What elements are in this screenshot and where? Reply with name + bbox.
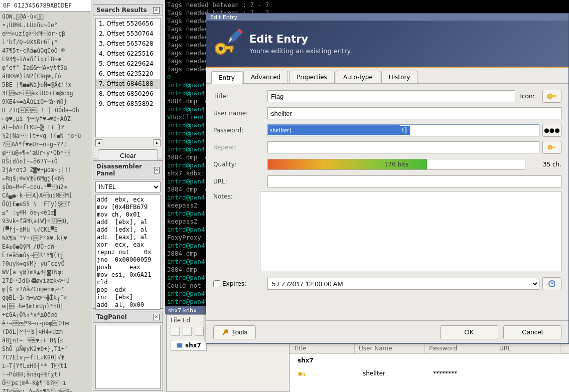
toolbar-icon[interactable]: [183, 327, 192, 336]
close-icon[interactable]: ✕: [153, 7, 160, 14]
label-notes: Notes:: [213, 191, 260, 200]
edit-entry-window: Edit Entry Edit Entry You're editing an …: [206, 13, 569, 344]
tag-panel-body: [95, 325, 161, 389]
search-results-list: 1. Offset 55266562. Offset 55307643. Off…: [95, 18, 161, 137]
tag-panel-title: TagPanel: [96, 313, 127, 320]
search-result-item[interactable]: 6. Offset 6235220: [96, 69, 160, 79]
generate-password-button[interactable]: [542, 141, 561, 154]
search-results-panel: Search Results ✕ 1. Offset 55266562. Off…: [93, 4, 163, 158]
svg-rect-3: [304, 373, 305, 376]
close-icon[interactable]: ✕: [153, 314, 160, 320]
tab-history[interactable]: History: [381, 71, 418, 83]
wrench-icon: [222, 329, 229, 336]
search-result-item[interactable]: 1. Offset 5526656: [96, 19, 160, 29]
search-results-title: Search Results: [96, 7, 147, 14]
label-url: URL:: [213, 178, 267, 185]
svg-rect-12: [552, 95, 556, 97]
svg-rect-14: [551, 147, 555, 148]
search-result-item[interactable]: 7. Offset 6846188: [96, 79, 160, 89]
window-titlebar[interactable]: Edit Entry: [206, 14, 568, 21]
svg-point-1: [298, 372, 302, 376]
svg-rect-0: [177, 343, 183, 348]
label-title: Title:: [213, 93, 267, 100]
search-result-item[interactable]: 3. Offset 5657628: [96, 39, 160, 49]
close-icon[interactable]: ✕: [154, 167, 160, 173]
hex-body: ûOW, @A·ù¤ ¤¡ÚØ®L.LUoñu~ûe° e«uzîg kM…: [0, 12, 91, 392]
quality-meter: 176 bits: [267, 159, 525, 170]
key-pencil-icon: [213, 29, 242, 58]
tabs: EntryAdvancedPropertiesAuto-TypeHistory: [206, 68, 568, 84]
ok-button[interactable]: OK: [440, 325, 498, 339]
hex-header: 0F 0123456789ABCDEF: [0, 0, 91, 12]
reveal-password-button[interactable]: ●●●: [542, 124, 561, 137]
hex-pane: 0F 0123456789ABCDEF ûOW, @A·ù¤ ¤¡ÚØ®L.…: [0, 0, 91, 392]
disassembler-arch-select[interactable]: INTEL: [95, 181, 161, 192]
tab-advanced[interactable]: Advanced: [243, 71, 288, 83]
search-result-item[interactable]: 9. Offset 6855892: [96, 99, 160, 109]
password-field[interactable]: shellter{ !}: [267, 124, 539, 136]
entry-list-header: Title User Name Password URL: [290, 343, 569, 354]
label-username: User name:: [213, 110, 267, 117]
tools-button[interactable]: Tools: [213, 325, 256, 339]
repeat-password-field[interactable]: [267, 141, 539, 153]
disassembler-panel: Disassembler Panel ✕ INTEL add ebx, ecx …: [93, 160, 163, 309]
notes-field[interactable]: [260, 191, 561, 271]
header-subtitle: You're editing an existing entry.: [249, 47, 352, 55]
expires-checkbox[interactable]: [213, 280, 220, 287]
icon-picker-button[interactable]: [542, 90, 561, 103]
tab-properties[interactable]: Properties: [289, 71, 335, 83]
header-title: Edit Entry: [249, 33, 352, 45]
window-header: Edit Entry You're editing an existing en…: [206, 21, 568, 68]
label-icon: Icon:: [515, 93, 539, 100]
clear-button[interactable]: Clear: [98, 149, 158, 161]
entry-form: Title: Icon: User name: Password: shellt…: [206, 84, 568, 298]
label-expires: Expires:: [222, 280, 246, 287]
search-result-item[interactable]: 4. Offset 6225516: [96, 49, 160, 59]
toolbar-icon[interactable]: [195, 327, 204, 336]
scroll-left-icon[interactable]: ◂: [95, 139, 102, 146]
key-icon: [298, 370, 306, 378]
list-group-row[interactable]: shx7: [290, 354, 569, 367]
username-field[interactable]: [267, 107, 561, 119]
col-pass[interactable]: Password: [425, 343, 495, 353]
col-url[interactable]: URL: [495, 343, 560, 353]
quality-chars: 35 ch.: [525, 161, 561, 168]
svg-point-13: [548, 145, 552, 149]
toolbar-icon[interactable]: [171, 327, 180, 336]
cancel-button[interactable]: Cancel: [503, 325, 561, 339]
col-user[interactable]: User Name: [355, 343, 425, 353]
disassembly-listing: add ebx, ecx mov [0x4BFB679 mov ch, 0x01…: [95, 194, 161, 310]
expires-datetime[interactable]: 5 / 7 /2017 12:00:00 AM: [267, 278, 539, 290]
shx7-database-tab[interactable]: shx7: [171, 340, 207, 351]
title-field[interactable]: [267, 90, 515, 102]
col-title[interactable]: Title: [290, 343, 355, 353]
label-quality: Quality:: [213, 161, 267, 168]
disassembler-title: Disassembler Panel: [96, 163, 154, 177]
svg-rect-7: [230, 46, 232, 52]
tab-entry[interactable]: Entry: [211, 71, 242, 84]
database-icon: [176, 342, 183, 349]
label-password: Password:: [213, 127, 267, 134]
dialog-footer: Tools OK Cancel: [206, 320, 568, 343]
svg-point-5: [219, 47, 223, 51]
expires-preset-button[interactable]: [542, 277, 561, 290]
entry-list: Title User Name Password URL shx7 shellt…: [290, 343, 569, 392]
search-result-item[interactable]: 8. Offset 6850296: [96, 89, 160, 99]
list-entry-row[interactable]: shellter ********: [290, 367, 569, 381]
search-result-item[interactable]: 2. Offset 5530764: [96, 29, 160, 39]
svg-point-11: [547, 94, 552, 99]
scroll-right-icon[interactable]: ▸: [154, 139, 161, 146]
url-field[interactable]: [267, 175, 561, 187]
tag-panel: TagPanel ✕: [93, 311, 163, 391]
label-repeat: Repeat:: [213, 144, 267, 151]
tab-auto-type[interactable]: Auto-Type: [336, 71, 380, 83]
search-result-item[interactable]: 5. Offset 6229624: [96, 59, 160, 69]
